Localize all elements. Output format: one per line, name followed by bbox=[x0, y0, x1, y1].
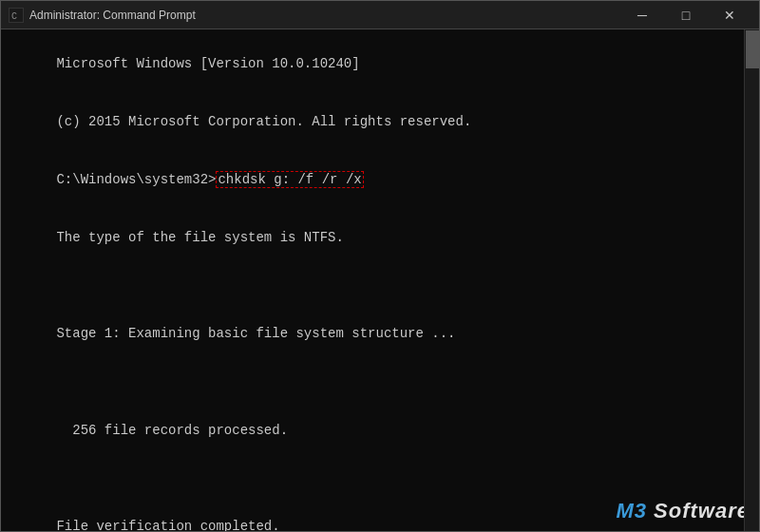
watermark-m3: M3 bbox=[616, 499, 654, 522]
line-stage1: Stage 1: Examining basic file system str… bbox=[56, 326, 455, 341]
scrollbar[interactable] bbox=[744, 29, 759, 531]
line-file-records: 256 file records processed. bbox=[56, 423, 288, 438]
window-title: Administrator: Command Prompt bbox=[29, 9, 196, 22]
console-output: Microsoft Windows [Version 10.0.10240] (… bbox=[9, 35, 751, 531]
svg-text:C: C bbox=[11, 11, 17, 22]
scrollbar-thumb[interactable] bbox=[746, 30, 759, 68]
title-bar-controls: ─ □ ✕ bbox=[620, 1, 751, 29]
console-body: Microsoft Windows [Version 10.0.10240] (… bbox=[1, 29, 759, 531]
command-highlight: chkdsk g: /f /r /x bbox=[216, 171, 363, 188]
close-button[interactable]: ✕ bbox=[708, 1, 751, 29]
cmd-icon: C bbox=[9, 8, 24, 23]
line-prompt: C:\Windows\system32> bbox=[56, 172, 216, 187]
title-bar-left: C Administrator: Command Prompt bbox=[9, 8, 196, 23]
line-file-verify: File verification completed. bbox=[56, 519, 279, 531]
line-version: Microsoft Windows [Version 10.0.10240] bbox=[56, 56, 359, 71]
window-container: C Administrator: Command Prompt ─ □ ✕ Mi… bbox=[0, 0, 760, 532]
line-copyright: (c) 2015 Microsoft Corporation. All righ… bbox=[56, 114, 471, 129]
title-bar: C Administrator: Command Prompt ─ □ ✕ bbox=[1, 1, 759, 29]
watermark-software: Software bbox=[654, 499, 750, 522]
line-ntfs: The type of the file system is NTFS. bbox=[56, 230, 343, 245]
minimize-button[interactable]: ─ bbox=[620, 1, 664, 29]
watermark: M3 Software bbox=[616, 499, 750, 523]
maximize-button[interactable]: □ bbox=[664, 1, 708, 29]
